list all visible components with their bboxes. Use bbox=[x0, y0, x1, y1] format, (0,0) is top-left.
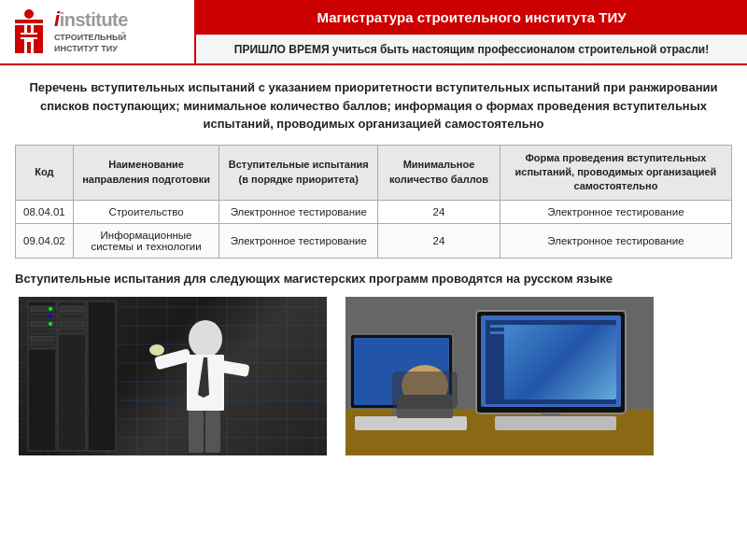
col-header-min-score: Минимальное количество баллов bbox=[378, 145, 500, 200]
section-title: Перечень вступительных испытаний с указа… bbox=[15, 78, 732, 133]
svg-rect-19 bbox=[30, 343, 54, 349]
svg-rect-7 bbox=[15, 35, 43, 37]
svg-rect-2 bbox=[15, 25, 21, 53]
svg-rect-8 bbox=[21, 39, 24, 53]
svg-rect-53 bbox=[392, 371, 458, 409]
header-subtitle: ПРИШЛО ВРЕМЯ учиться быть настоящим проф… bbox=[196, 35, 747, 63]
logo-sub: СТРОИТЕЛЬНЫЙ ИНСТИТУТ ТИУ bbox=[54, 33, 128, 54]
svg-rect-50 bbox=[495, 416, 616, 430]
table-row: 09.04.02Информационные системы и техноло… bbox=[16, 223, 732, 258]
cell-min-score: 24 bbox=[378, 200, 500, 223]
cell-exam: Электронное тестирование bbox=[219, 223, 378, 258]
svg-rect-49 bbox=[355, 416, 467, 430]
svg-rect-9 bbox=[34, 39, 37, 53]
image-server-room bbox=[19, 297, 327, 455]
logo-text: iinstitute СТРОИТЕЛЬНЫЙ ИНСТИТУТ ТИУ bbox=[54, 8, 128, 55]
main-content: Перечень вступительных испытаний с указа… bbox=[0, 65, 747, 465]
svg-rect-17 bbox=[30, 329, 54, 334]
header-right: Магистратура строительного института ТИУ… bbox=[196, 0, 747, 63]
svg-rect-37 bbox=[345, 409, 654, 455]
cell-min-score: 24 bbox=[378, 223, 500, 258]
svg-rect-23 bbox=[60, 306, 84, 312]
svg-rect-1 bbox=[15, 20, 43, 23]
header-title: Магистратура строительного института ТИУ bbox=[196, 0, 747, 35]
col-header-code: Код bbox=[16, 145, 74, 200]
cell-form: Электронное тестирование bbox=[500, 223, 731, 258]
col-header-exam: Вступительные испытания (в порядке приор… bbox=[219, 145, 378, 200]
svg-point-35 bbox=[149, 344, 164, 356]
svg-rect-25 bbox=[60, 321, 84, 327]
svg-rect-26 bbox=[60, 329, 84, 334]
cell-form: Электронное тестирование bbox=[500, 200, 731, 223]
svg-rect-33 bbox=[189, 411, 204, 453]
logo-area: iinstitute СТРОИТЕЛЬНЫЙ ИНСТИТУТ ТИУ bbox=[0, 0, 196, 63]
exam-table: Код Наименование направления подготовки … bbox=[15, 145, 732, 259]
svg-point-0 bbox=[24, 9, 34, 19]
svg-rect-3 bbox=[37, 25, 43, 53]
table-row: 08.04.01СтроительствоЭлектронное тестиро… bbox=[16, 200, 732, 223]
col-header-form: Форма проведения вступительных испытаний… bbox=[500, 145, 731, 200]
col-header-direction: Наименование направления подготовки bbox=[73, 145, 219, 200]
cell-code: 08.04.01 bbox=[16, 200, 74, 223]
note-text: Вступительные испытания для следующих ма… bbox=[15, 272, 732, 286]
svg-rect-10 bbox=[27, 42, 31, 53]
svg-rect-34 bbox=[205, 411, 220, 453]
svg-rect-4 bbox=[21, 25, 24, 33]
svg-rect-42 bbox=[490, 325, 612, 328]
svg-point-20 bbox=[49, 307, 52, 311]
svg-point-21 bbox=[49, 315, 52, 318]
images-row bbox=[15, 297, 732, 455]
svg-rect-5 bbox=[34, 25, 37, 33]
svg-rect-43 bbox=[490, 331, 584, 334]
cell-code: 09.04.02 bbox=[16, 223, 74, 258]
svg-rect-40 bbox=[486, 320, 616, 404]
logo-icon bbox=[11, 8, 47, 55]
svg-point-22 bbox=[49, 322, 52, 326]
svg-point-27 bbox=[189, 320, 222, 357]
svg-rect-32 bbox=[220, 360, 250, 377]
svg-rect-18 bbox=[30, 336, 54, 342]
cell-direction: Информационные системы и технологии bbox=[73, 223, 219, 258]
svg-rect-13 bbox=[88, 301, 116, 451]
svg-rect-6 bbox=[27, 25, 31, 33]
svg-rect-24 bbox=[60, 314, 84, 319]
svg-point-41 bbox=[523, 325, 579, 381]
cell-direction: Строительство bbox=[73, 200, 219, 223]
image-computer-room bbox=[345, 297, 654, 455]
cell-exam: Электронное тестирование bbox=[219, 200, 378, 223]
page-header: iinstitute СТРОИТЕЛЬНЫЙ ИНСТИТУТ ТИУ Маг… bbox=[0, 0, 747, 65]
logo-main: iinstitute bbox=[54, 8, 128, 31]
